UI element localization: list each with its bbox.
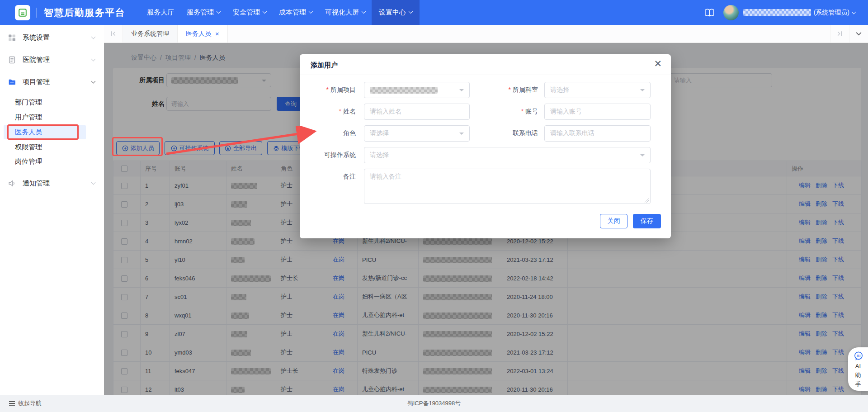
field-可操作系统-select[interactable]: 请选择 bbox=[364, 147, 651, 163]
sidebar-group-2[interactable]: 医院管理 bbox=[0, 52, 104, 67]
field-placeholder: 请选择 bbox=[370, 129, 389, 137]
sidebar-group-label: 医院管理 bbox=[23, 56, 50, 64]
caret-down-icon bbox=[640, 89, 645, 94]
sidebar-group-3[interactable]: 项目管理 bbox=[0, 75, 104, 89]
field-placeholder: 请输入备注 bbox=[370, 173, 401, 181]
field-label-姓名: *姓名 bbox=[300, 108, 356, 116]
chevron-down-icon bbox=[409, 9, 413, 14]
speaker-icon bbox=[8, 180, 16, 187]
tabs-scroll-left-icon[interactable] bbox=[104, 25, 123, 43]
field-label-所属科室: *所属科室 bbox=[472, 86, 538, 94]
avatar[interactable] bbox=[723, 5, 739, 20]
nav-item-label: 服务管理 bbox=[187, 8, 214, 17]
sidebar-group-1[interactable]: 系统设置 bbox=[0, 30, 104, 45]
tabs-menu-chevron-icon[interactable] bbox=[849, 25, 868, 43]
nav-item-label: 设置中心 bbox=[379, 8, 406, 17]
field-所属项目-select[interactable] bbox=[364, 82, 470, 98]
field-label-账号: *账号 bbox=[472, 108, 538, 116]
tab-业务系统管理[interactable]: 业务系统管理 bbox=[123, 25, 178, 43]
tab-label: 医务人员 bbox=[186, 30, 211, 38]
sidebar: 系统设置医院管理项目管理部门管理用户管理医务人员权限管理岗位管理通知管理 bbox=[0, 25, 104, 395]
field-备注-input[interactable]: 请输入备注 bbox=[364, 169, 651, 204]
user-name-redacted bbox=[743, 9, 811, 16]
caret-down-icon bbox=[640, 154, 645, 159]
field-所属科室-select[interactable]: 请选择 bbox=[544, 82, 651, 98]
required-asterisk: * bbox=[339, 108, 341, 115]
field-label-联系电话: 联系电话 bbox=[472, 129, 538, 137]
modal-cancel-button[interactable]: 关闭 bbox=[600, 214, 627, 228]
sidebar-item-权限管理[interactable]: 权限管理 bbox=[4, 140, 86, 154]
chevron-down-icon bbox=[852, 9, 856, 14]
modal-close-icon[interactable]: ✕ bbox=[654, 59, 662, 68]
sidebar-item-label: 岗位管理 bbox=[15, 157, 42, 166]
tab-bar-controls bbox=[830, 25, 868, 43]
sidebar-item-label: 权限管理 bbox=[15, 143, 42, 152]
nav-item-4[interactable]: 成本管理 bbox=[273, 0, 319, 25]
nav-item-3[interactable]: 安全管理 bbox=[226, 0, 273, 25]
tab-label: 业务系统管理 bbox=[131, 30, 169, 38]
sidebar-item-岗位管理[interactable]: 岗位管理 bbox=[4, 155, 86, 169]
user-role[interactable]: (系统管理员) bbox=[814, 9, 849, 17]
tab-close-icon[interactable]: × bbox=[215, 30, 219, 37]
sidebar-group-4[interactable]: 通知管理 bbox=[0, 176, 104, 190]
selected-value-redacted bbox=[370, 87, 438, 94]
collapse-nav-button[interactable]: 收起导航 bbox=[9, 399, 42, 407]
main-menu: 服务大厅服务管理安全管理成本管理可视化大屏设置中心 bbox=[141, 0, 420, 25]
ai-icon: AI bbox=[853, 350, 864, 362]
ai-assistant-label: AI bbox=[855, 362, 861, 371]
chevron-down-icon bbox=[263, 9, 267, 14]
nav-item-2[interactable]: 服务管理 bbox=[180, 0, 226, 25]
tab-bar: 业务系统管理医务人员× bbox=[104, 25, 868, 43]
field-账号-input[interactable]: 请输入账号 bbox=[544, 104, 651, 120]
collapse-nav-label: 收起导航 bbox=[18, 399, 42, 407]
manual-book-icon[interactable] bbox=[704, 8, 715, 18]
top-navbar: 智慧后勤服务平台 服务大厅服务管理安全管理成本管理可视化大屏设置中心 (系统管理… bbox=[0, 0, 868, 25]
chevron-down-icon bbox=[91, 35, 96, 39]
chevron-down-icon bbox=[362, 9, 366, 14]
sidebar-group-label: 通知管理 bbox=[23, 179, 50, 188]
sidebar-item-用户管理[interactable]: 用户管理 bbox=[4, 110, 86, 124]
field-placeholder: 请输入姓名 bbox=[370, 108, 401, 116]
chevron-down-icon bbox=[309, 9, 313, 14]
icp-record-text: 蜀ICP备19034998号 bbox=[407, 399, 461, 407]
field-placeholder: 请选择 bbox=[550, 86, 569, 94]
sidebar-item-部门管理[interactable]: 部门管理 bbox=[4, 95, 86, 109]
navbar-right: (系统管理员) bbox=[704, 5, 855, 20]
nav-item-label: 服务大厅 bbox=[147, 8, 174, 17]
sidebar-item-医务人员[interactable]: 医务人员 bbox=[4, 125, 86, 139]
field-姓名-input[interactable]: 请输入姓名 bbox=[364, 104, 470, 120]
nav-item-5[interactable]: 可视化大屏 bbox=[319, 0, 372, 25]
chevron-down-icon bbox=[91, 180, 96, 185]
nav-item-1[interactable]: 服务大厅 bbox=[141, 0, 180, 25]
required-asterisk: * bbox=[509, 86, 511, 93]
required-asterisk: * bbox=[326, 86, 329, 93]
modal-title: 添加用户 bbox=[311, 61, 338, 70]
modal-save-button[interactable]: 保存 bbox=[633, 214, 661, 228]
field-placeholder: 请输入联系电话 bbox=[550, 129, 594, 137]
content-area: 设置中心/项目管理/医务人员 所属项目 姓名 请输入 查询 请输入 添加人员可操… bbox=[104, 43, 868, 395]
sidebar-item-label: 用户管理 bbox=[15, 113, 42, 122]
sidebar-group-label: 系统设置 bbox=[23, 33, 50, 42]
hospital-icon bbox=[8, 56, 16, 64]
nav-item-label: 可视化大屏 bbox=[325, 8, 359, 17]
grid-icon bbox=[8, 34, 16, 42]
tabs-scroll-right-icon[interactable] bbox=[830, 25, 849, 43]
sidebar-item-label: 医务人员 bbox=[15, 128, 42, 137]
nav-item-label: 安全管理 bbox=[233, 8, 260, 17]
field-角色-select[interactable]: 请选择 bbox=[364, 125, 470, 142]
svg-text:AI: AI bbox=[856, 354, 860, 358]
tab-医务人员[interactable]: 医务人员× bbox=[178, 25, 228, 43]
folder-icon bbox=[8, 78, 16, 86]
ai-assistant-button[interactable]: AI AI助手 bbox=[848, 347, 868, 391]
add-user-modal: 添加用户 ✕ *所属项目*所属科室请选择*姓名请输入姓名*账号请输入账号角色请选… bbox=[300, 54, 671, 238]
nav-item-6[interactable]: 设置中心 bbox=[372, 0, 420, 25]
field-placeholder: 请选择 bbox=[370, 151, 389, 159]
sidebar-item-label: 部门管理 bbox=[15, 98, 42, 107]
required-asterisk: * bbox=[521, 108, 524, 115]
nav-item-label: 成本管理 bbox=[279, 8, 306, 17]
field-联系电话-input[interactable]: 请输入联系电话 bbox=[544, 125, 651, 142]
caret-down-icon bbox=[459, 133, 464, 137]
footer: 收起导航 蜀ICP备19034998号 bbox=[0, 395, 868, 412]
divider bbox=[300, 75, 671, 75]
field-placeholder: 请输入账号 bbox=[550, 108, 582, 116]
